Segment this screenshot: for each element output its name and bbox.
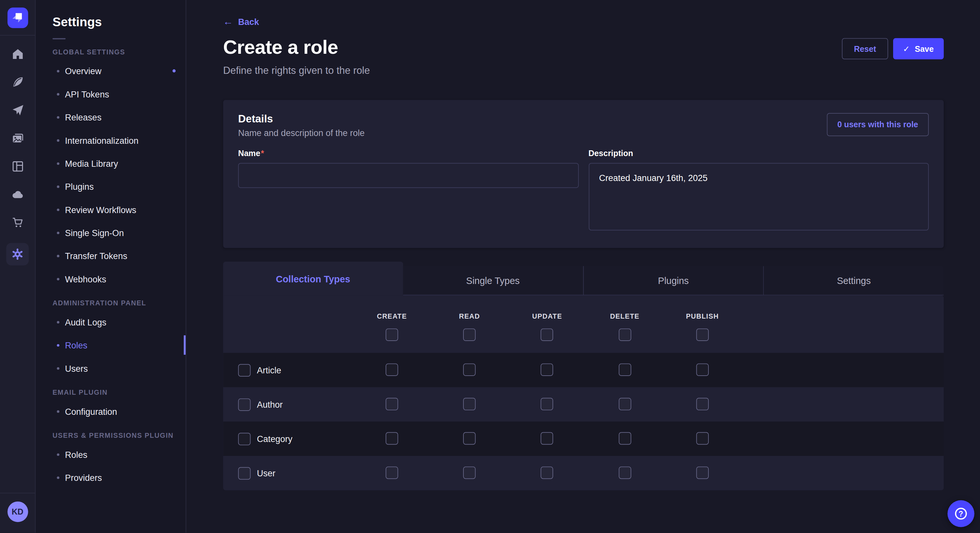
save-button[interactable]: ✓ Save [893, 38, 944, 60]
article-publish-checkbox[interactable] [696, 363, 709, 376]
page-subtitle: Define the rights given to the role [223, 65, 944, 76]
name-input[interactable] [238, 163, 579, 188]
category-update-checkbox[interactable] [541, 432, 554, 445]
home-icon[interactable] [10, 46, 25, 61]
sidebar-item-overview[interactable]: Overview [36, 59, 186, 82]
category-read-checkbox[interactable] [463, 432, 476, 445]
sidebar-item-single-sign-on[interactable]: Single Sign-On [36, 221, 186, 244]
category-create-checkbox[interactable] [386, 432, 398, 445]
permissions-rows: ArticleAuthorCategoryUser [223, 353, 944, 490]
logo-box [0, 0, 35, 36]
sidebar-item-label: Webhooks [65, 274, 106, 284]
author-read-checkbox[interactable] [463, 398, 476, 411]
description-textarea[interactable]: Created January 16th, 2025 [589, 163, 929, 230]
main-content: ← Back Create a role Reset ✓ Save Define… [186, 0, 980, 533]
help-button[interactable]: ? [948, 500, 975, 527]
sidebar-item-label: Users [65, 363, 88, 373]
article-delete-checkbox[interactable] [619, 363, 631, 376]
article-read-checkbox[interactable] [463, 363, 476, 376]
column-header-publish: PUBLISH [664, 312, 741, 320]
back-link[interactable]: ← Back [223, 17, 259, 27]
permission-row-user: User [223, 456, 944, 490]
sidebar-item-configuration[interactable]: Configuration [36, 400, 186, 423]
column-header-update: UPDATE [509, 312, 586, 320]
users-with-role-button[interactable]: 0 users with this role [827, 113, 929, 136]
sidebar-item-label: Overview [65, 66, 102, 76]
sidebar-item-review-workflows[interactable]: Review Workflows [36, 198, 186, 221]
notification-dot [172, 69, 176, 73]
sidebar-item-transfer-tokens[interactable]: Transfer Tokens [36, 244, 186, 267]
strapi-logo-icon[interactable] [7, 7, 28, 28]
bullet-icon [57, 70, 59, 72]
bullet-icon [57, 344, 59, 346]
bullet-icon [57, 139, 59, 141]
user-update-checkbox[interactable] [541, 466, 554, 479]
author-create-checkbox[interactable] [386, 398, 398, 411]
media-images-icon[interactable] [10, 130, 25, 145]
sidebar-item-label: Review Workflows [65, 205, 137, 215]
cloud-icon[interactable] [10, 187, 25, 202]
author-publish-checkbox[interactable] [696, 398, 709, 411]
bullet-icon [57, 232, 59, 234]
user-select-checkbox[interactable] [238, 467, 251, 479]
tab-collection-types[interactable]: Collection Types [223, 262, 403, 295]
back-arrow-icon: ← [223, 17, 233, 27]
sidebar-item-releases[interactable]: Releases [36, 106, 186, 128]
select-all-delete-checkbox[interactable] [619, 328, 631, 341]
sidebar-item-roles[interactable]: Roles [36, 443, 186, 466]
header-actions: Reset ✓ Save [842, 38, 944, 60]
details-card: Details Name and description of the role… [223, 100, 944, 248]
select-all-update-checkbox[interactable] [541, 328, 554, 341]
author-select-checkbox[interactable] [238, 398, 251, 411]
user-create-checkbox[interactable] [386, 466, 398, 479]
content-feather-icon[interactable] [10, 74, 25, 89]
sidebar-item-internationalization[interactable]: Internationalization [36, 128, 186, 152]
user-delete-checkbox[interactable] [619, 466, 631, 479]
user-read-checkbox[interactable] [463, 466, 476, 479]
select-all-create-checkbox[interactable] [386, 328, 398, 341]
user-publish-checkbox[interactable] [696, 466, 709, 479]
permissions-header: CREATEREADUPDATEDELETEPUBLISH [223, 295, 944, 353]
category-select-checkbox[interactable] [238, 433, 251, 445]
sidebar-item-audit-logs[interactable]: Audit Logs [36, 310, 186, 333]
sidebar-item-api-tokens[interactable]: API Tokens [36, 82, 186, 106]
settings-gear-icon[interactable] [6, 243, 29, 265]
tab-single-types[interactable]: Single Types [403, 266, 583, 296]
select-all-publish-checkbox[interactable] [696, 328, 709, 341]
author-delete-checkbox[interactable] [619, 398, 631, 411]
sidebar-item-providers[interactable]: Providers [36, 466, 186, 489]
column-header-create: CREATE [353, 312, 431, 320]
category-delete-checkbox[interactable] [619, 432, 631, 445]
article-select-checkbox[interactable] [238, 364, 251, 376]
sidebar-item-plugins[interactable]: Plugins [36, 175, 186, 198]
article-update-checkbox[interactable] [541, 363, 554, 376]
select-all-read-checkbox[interactable] [463, 328, 476, 341]
details-title: Details [238, 113, 364, 125]
nav-section-label: GLOBAL SETTINGS [52, 48, 186, 56]
tab-plugins[interactable]: Plugins [583, 266, 763, 296]
row-label: Category [257, 434, 293, 444]
reset-button[interactable]: Reset [842, 38, 888, 60]
marketplace-cart-icon[interactable] [10, 215, 25, 230]
avatar[interactable]: KD [7, 501, 28, 522]
bullet-icon [57, 476, 59, 479]
bullet-icon [57, 116, 59, 119]
sidebar-item-label: Configuration [65, 406, 117, 416]
settings-subnav: Settings GLOBAL SETTINGSOverviewAPI Toke… [36, 0, 186, 533]
sidebar-item-roles[interactable]: Roles [36, 333, 186, 357]
article-create-checkbox[interactable] [386, 363, 398, 376]
sidebar-item-webhooks[interactable]: Webhooks [36, 267, 186, 290]
tab-settings[interactable]: Settings [763, 266, 944, 296]
nav-section-label: USERS & PERMISSIONS PLUGIN [52, 431, 186, 439]
layout-icon[interactable] [10, 159, 25, 174]
sidebar-item-users[interactable]: Users [36, 357, 186, 379]
row-label: User [257, 468, 275, 478]
author-update-checkbox[interactable] [541, 398, 554, 411]
deploy-plane-icon[interactable] [10, 102, 25, 117]
required-asterisk: * [261, 149, 264, 158]
sidebar-item-label: Internationalization [65, 135, 139, 145]
category-publish-checkbox[interactable] [696, 432, 709, 445]
row-label: Author [257, 399, 283, 409]
sidebar-item-media-library[interactable]: Media Library [36, 152, 186, 175]
question-mark-icon: ? [955, 508, 967, 520]
